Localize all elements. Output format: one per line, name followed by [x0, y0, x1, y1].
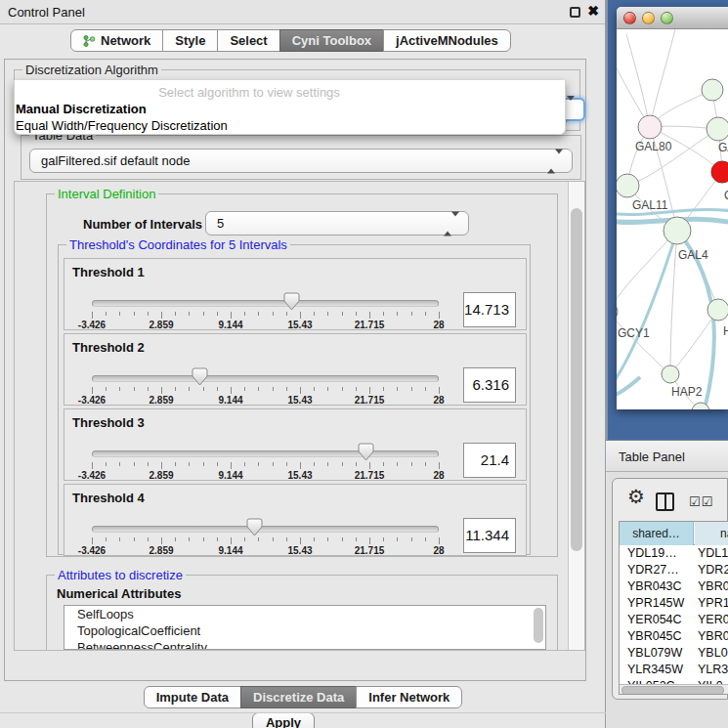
- tab-cyni-toolbox[interactable]: Cyni Toolbox: [279, 29, 384, 52]
- scrollbar-thumb[interactable]: [571, 208, 582, 551]
- tab-label: Select: [230, 30, 267, 51]
- table-cell[interactable]: YBL079W: [627, 645, 682, 662]
- slider-thumb[interactable]: [283, 292, 300, 311]
- network-node[interactable]: [707, 299, 728, 321]
- cyni-toolbox-content: Discretization Algorithm Select algorith…: [4, 59, 586, 681]
- scrollbar-thumb[interactable]: [621, 686, 724, 695]
- tab-select[interactable]: Select: [217, 29, 279, 52]
- table-cell[interactable]: YBR0: [698, 578, 728, 595]
- slider-thumb[interactable]: [192, 367, 208, 386]
- slider-track[interactable]: [92, 300, 439, 307]
- network-node-hap2[interactable]: [662, 365, 679, 383]
- network-node[interactable]: [702, 79, 723, 101]
- threshold-value[interactable]: 21.4: [463, 443, 516, 478]
- tab-impute-data[interactable]: Impute Data: [144, 686, 241, 708]
- tab-jactivemnodules[interactable]: jActiveMNodules: [383, 29, 511, 52]
- columns-icon[interactable]: [656, 492, 674, 511]
- threshold-value[interactable]: 6.316: [463, 367, 516, 403]
- threshold-slider[interactable]: -3.4262.8599.14415.4321.71528: [92, 367, 439, 407]
- tick-mark: [439, 462, 440, 469]
- table-cell[interactable]: YBR045C: [627, 628, 682, 645]
- tab-network[interactable]: Network: [70, 29, 163, 52]
- table-row[interactable]: YPR145WYPR1: [620, 595, 728, 612]
- attributes-list[interactable]: SelfLoopsTopologicalCoefficientBetweenne…: [64, 605, 546, 650]
- table-cell[interactable]: YDR27…: [627, 562, 679, 578]
- dropdown-option-manual-discretization[interactable]: Manual Discretization: [16, 102, 147, 116]
- tick-label: -3.426: [78, 545, 106, 556]
- attribute-item[interactable]: SelfLoops: [64, 606, 545, 622]
- table-row[interactable]: YER054CYER0: [620, 612, 728, 628]
- slider-track[interactable]: [92, 526, 439, 533]
- threshold-slider[interactable]: -3.4262.8599.14415.4321.71528: [92, 292, 439, 331]
- table-cell[interactable]: YDL19…: [627, 545, 677, 562]
- tick-label: 2.859: [149, 545, 173, 556]
- threshold-slider[interactable]: -3.4262.8599.14415.4321.71528: [92, 443, 439, 482]
- network-node-gal11[interactable]: [617, 174, 639, 197]
- tick-mark: [425, 312, 426, 316]
- minimize-button[interactable]: [642, 12, 655, 24]
- table-row[interactable]: YBR045CYBR0: [620, 628, 728, 645]
- tab-label: Network: [101, 30, 150, 51]
- checkbox-icons[interactable]: ☑☑: [689, 494, 713, 509]
- column-header-name[interactable]: name: [695, 522, 728, 545]
- network-node-selected-red[interactable]: [711, 161, 728, 183]
- slider-thumb[interactable]: [246, 518, 263, 536]
- tab-infer-network[interactable]: Infer Network: [356, 686, 462, 708]
- table-cell[interactable]: YLR345W: [627, 662, 683, 678]
- table-row[interactable]: YBL079WYBL0: [620, 645, 728, 662]
- attribute-item[interactable]: TopologicalCoefficient: [64, 622, 545, 639]
- tick-mark: [217, 312, 218, 316]
- scrollbar-thumb[interactable]: [534, 608, 543, 643]
- tab-discretize-data[interactable]: Discretize Data: [240, 686, 357, 708]
- threshold-slider[interactable]: -3.4262.8599.14415.4321.71528: [92, 518, 439, 557]
- table-cell[interactable]: YDL1: [698, 545, 728, 562]
- close-button[interactable]: [623, 12, 636, 24]
- number-of-intervals-combo[interactable]: 5: [205, 211, 469, 236]
- table-data-combo[interactable]: galFiltered.sif default node: [29, 149, 573, 173]
- zoom-button[interactable]: [661, 12, 673, 24]
- threshold-panel: Threshold 1-3.4262.8599.14415.4321.71528…: [64, 258, 527, 330]
- column-header-shared-name[interactable]: shared…: [620, 522, 694, 545]
- tab-style[interactable]: Style: [162, 29, 218, 52]
- threshold-value[interactable]: 14.713: [463, 292, 516, 327]
- tick-mark: [106, 387, 107, 391]
- checkbox-icon[interactable]: ☑: [702, 494, 714, 509]
- network-canvas[interactable]: GAL80 GA C GAL11 GAL4 GCY1 H HAP2: [617, 29, 728, 409]
- table-row[interactable]: YBR043CYBR0: [620, 578, 728, 595]
- slider-track[interactable]: [92, 450, 439, 457]
- tick-mark: [92, 537, 93, 544]
- tick-label: -3.426: [78, 470, 106, 481]
- attribute-item[interactable]: BetweennessCentrality: [64, 639, 545, 650]
- dropdown-option-equal-width-frequency[interactable]: Equal Width/Frequency Discretization: [16, 118, 228, 133]
- network-node[interactable]: [707, 117, 728, 141]
- tick-mark: [383, 462, 384, 466]
- table-cell[interactable]: YPR1: [698, 595, 728, 612]
- table-cell[interactable]: YER0: [698, 612, 728, 628]
- threshold-value[interactable]: 11.344: [463, 518, 516, 553]
- apply-button[interactable]: Apply: [252, 712, 315, 728]
- network-node-gal4[interactable]: [664, 217, 691, 244]
- network-node-gal80[interactable]: [638, 115, 662, 139]
- table-cell[interactable]: YBL0: [698, 645, 728, 662]
- table-row[interactable]: YLR345WYLR3: [620, 662, 728, 678]
- vertical-scrollbar[interactable]: [568, 182, 584, 650]
- gear-icon[interactable]: ⚙: [627, 485, 645, 508]
- tick-mark: [300, 537, 301, 544]
- float-icon[interactable]: [570, 7, 580, 18]
- tick-mark: [383, 387, 384, 391]
- list-scrollbar[interactable]: [533, 607, 544, 649]
- table-cell[interactable]: YBR043C: [627, 578, 682, 595]
- table-cell[interactable]: YPR145W: [627, 595, 684, 612]
- checkbox-icon[interactable]: ☑: [689, 494, 702, 509]
- table-row[interactable]: YDL19…YDL1: [620, 545, 728, 562]
- horizontal-scrollbar[interactable]: [620, 684, 728, 695]
- table-cell[interactable]: YBR0: [698, 628, 728, 645]
- slider-track[interactable]: [92, 375, 439, 382]
- table-panel: ⚙ ☑☑ shared… name YDL19…YDL1YDR27…YDR2YB…: [612, 478, 728, 700]
- slider-thumb[interactable]: [358, 443, 374, 461]
- close-icon[interactable]: ✖: [587, 3, 599, 19]
- table-cell[interactable]: YER054C: [627, 612, 682, 628]
- table-row[interactable]: YDR27…YDR2: [620, 562, 728, 578]
- table-cell[interactable]: YLR3: [698, 662, 728, 678]
- table-cell[interactable]: YDR2: [698, 562, 728, 578]
